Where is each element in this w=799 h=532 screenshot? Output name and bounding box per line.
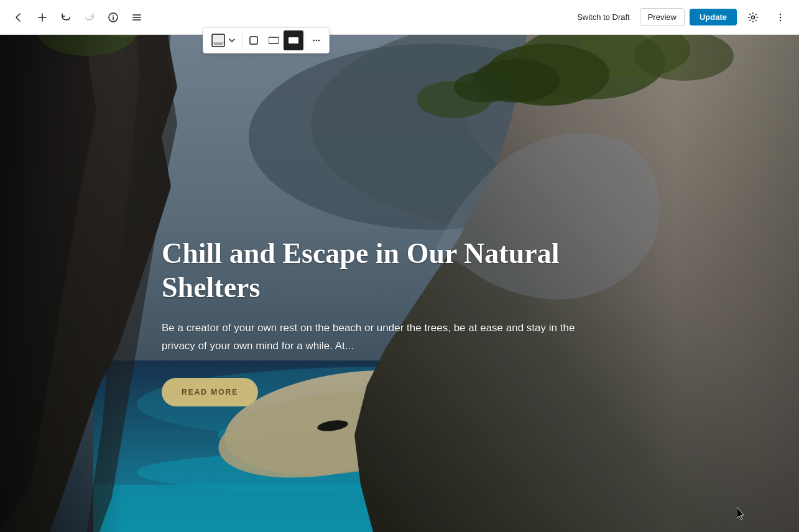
undo-button[interactable] [55,6,77,29]
svg-rect-41 [269,37,279,44]
block-more-options-button[interactable] [307,30,326,50]
list-view-button[interactable] [126,6,148,29]
toolbar-divider [242,33,242,48]
kebab-menu-icon [775,12,786,23]
toolbar-divider-2 [305,33,305,48]
switch-to-draft-button[interactable]: Switch to Draft [572,9,635,25]
svg-point-34 [780,16,781,17]
svg-rect-23 [675,0,799,532]
toolbar-right-group: Switch to Draft Preview Update [572,6,792,29]
align-none-icon [249,35,259,45]
hero-content: Chill and Escape in Our Natural Shelters… [162,236,622,406]
block-toolbar [203,27,330,53]
block-type-chevron-icon [228,37,236,44]
svg-point-45 [318,40,320,41]
update-button[interactable]: Update [690,9,737,25]
svg-rect-40 [250,37,257,44]
info-button[interactable] [102,6,124,29]
hero-description: Be a creator of your own rest on the bea… [162,319,609,355]
preview-button[interactable]: Preview [640,8,685,26]
back-icon [13,12,24,23]
align-full-icon [289,35,298,45]
align-none-button[interactable] [244,30,264,50]
svg-rect-22 [0,0,124,532]
align-full-button[interactable] [284,30,303,50]
hero-section: Chill and Escape in Our Natural Shelters… [0,0,799,532]
gear-icon [747,12,759,23]
toolbar-left-group [7,6,148,29]
add-block-button[interactable] [31,6,53,29]
read-more-button[interactable]: READ MORE [162,378,258,406]
svg-point-28 [113,14,114,16]
svg-point-44 [316,40,317,41]
hero-title: Chill and Escape in Our Natural Shelters [162,236,622,305]
align-wide-icon [269,35,279,45]
redo-icon [84,12,95,23]
back-button[interactable] [7,6,30,29]
svg-point-33 [780,13,781,14]
editor-toolbar: Switch to Draft Preview Update [0,0,799,35]
svg-rect-39 [214,44,223,45]
settings-button[interactable] [742,6,764,29]
more-options-icon [312,35,321,45]
add-icon [37,12,48,23]
list-icon [131,12,142,23]
svg-point-32 [752,16,755,19]
redo-button[interactable] [78,6,101,29]
undo-icon [60,12,72,23]
align-wide-button[interactable] [264,30,284,50]
options-button[interactable] [769,6,792,29]
block-type-button[interactable] [206,30,241,51]
svg-point-43 [313,40,315,41]
info-icon [108,12,119,23]
cover-block-icon [211,33,226,48]
svg-rect-42 [289,37,298,44]
svg-point-35 [780,19,781,21]
